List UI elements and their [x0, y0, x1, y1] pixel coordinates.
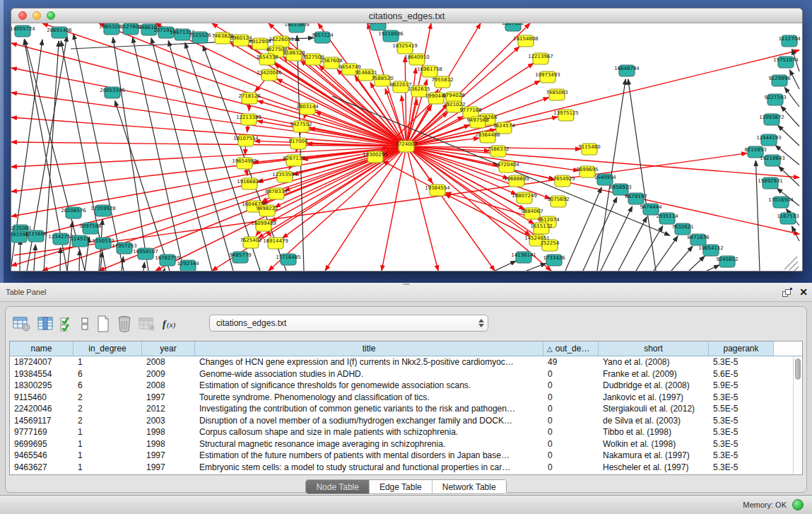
column-header-year[interactable]: year — [142, 341, 195, 356]
graph-node[interactable]: 1724007 — [395, 141, 417, 152]
table-cell[interactable]: 5.3E-5 — [709, 416, 774, 426]
graph-node[interactable]: 7485063 — [546, 89, 567, 100]
table-selector-dropdown[interactable]: citations_edges.txt — [209, 315, 488, 332]
delete-column-button[interactable] — [117, 313, 132, 334]
graph-node[interactable]: 7515526 — [189, 32, 211, 43]
graph-node[interactable]: 6679197 — [625, 193, 647, 204]
scrollbar-thumb[interactable] — [795, 358, 801, 380]
column-header-name[interactable]: name — [10, 341, 73, 356]
graph-node[interactable]: 9485779 — [229, 252, 251, 263]
graph-node[interactable]: 917004 — [289, 138, 308, 149]
table-cell[interactable]: 9463627 — [10, 462, 73, 472]
graph-node[interactable]: 8813054 — [367, 23, 389, 30]
graph-node[interactable]: 1733426 — [543, 255, 565, 266]
table-cell[interactable]: Franke et al. (2009) — [599, 369, 709, 379]
table-cell[interactable]: 5.3E-5 — [709, 427, 774, 437]
table-cell[interactable]: 5.6E-5 — [709, 369, 774, 379]
table-cell[interactable]: 6 — [73, 380, 142, 390]
table-cell[interactable]: 9699695 — [10, 439, 73, 449]
graph-node[interactable]: 12213967 — [528, 53, 553, 64]
graph-node[interactable]: 13975125 — [553, 110, 579, 121]
graph-node[interactable]: 17016504 — [768, 197, 794, 208]
table-cell[interactable]: Disruption of a novel member of a sodium… — [195, 416, 543, 426]
memory-status-icon[interactable] — [792, 499, 804, 510]
table-cell[interactable]: de Silva et al. (2003) — [599, 416, 709, 426]
table-cell[interactable]: 2 — [73, 416, 142, 426]
graph-node[interactable]: 7857224 — [311, 32, 334, 43]
graph-node[interactable]: 10688609 — [504, 175, 529, 187]
table-row[interactable]: 1872400712008Changes of HCN gene express… — [10, 356, 793, 368]
table-cell[interactable]: 5.5E-5 — [709, 404, 774, 414]
function-builder-button[interactable]: f(x) — [162, 313, 180, 334]
graph-node[interactable]: 20364486 — [475, 132, 500, 143]
window-resize-grip[interactable] — [784, 257, 799, 271]
graph-node[interactable]: 9498222 — [256, 205, 278, 216]
table-cell[interactable]: 0 — [543, 439, 599, 449]
delete-table-button[interactable] — [139, 313, 155, 334]
table-cell[interactable]: Dudbridge et al. (2008) — [599, 380, 709, 390]
graph-node[interactable]: 18325419 — [392, 42, 418, 54]
window-titlebar[interactable]: citations_edges.txt — [11, 8, 802, 23]
table-cell[interactable]: 5.3E-5 — [709, 439, 774, 449]
table-cell[interactable]: 9777169 — [10, 427, 73, 437]
table-row[interactable]: 969969511998Structural magnetic resonanc… — [10, 438, 793, 450]
graph-node[interactable]: 20691406 — [47, 27, 72, 38]
table-cell[interactable]: 1998 — [142, 427, 195, 437]
table-panel-titlebar[interactable]: Table Panel ✕ — [0, 283, 812, 302]
graph-node[interactable]: 1112704 — [778, 35, 801, 47]
graph-node[interactable]: 18807249 — [512, 192, 537, 204]
table-cell[interactable]: 1 — [73, 462, 142, 472]
table-cell[interactable]: 5.3E-5 — [709, 450, 774, 460]
graph-node[interactable]: 19654985 — [232, 158, 257, 169]
table-row[interactable]: 2242004622012Investigating the contribut… — [10, 403, 793, 415]
table-cell[interactable]: Embryonic stem cells: a model to study s… — [195, 462, 543, 472]
table-cell[interactable]: 0 — [543, 416, 599, 426]
graph-node[interactable]: 1115686 — [25, 230, 47, 242]
table-cell[interactable]: 22420046 — [10, 404, 73, 414]
zoom-window-button[interactable] — [47, 11, 55, 20]
table-cell[interactable]: 0 — [543, 380, 599, 390]
graph-node[interactable]: 1350513 — [92, 238, 114, 249]
graph-node[interactable]: 9245652 — [716, 256, 738, 267]
table-cell[interactable]: Structural magnetic resonance image aver… — [195, 439, 543, 449]
graph-node[interactable]: 7386372 — [487, 146, 509, 157]
tab-node-table[interactable]: Node Table — [306, 480, 370, 493]
graph-node[interactable]: 16648794 — [614, 65, 640, 76]
table-row[interactable]: 946554611997Estimation of the future num… — [10, 450, 793, 462]
table-mode-button[interactable] — [13, 313, 31, 334]
minimize-window-button[interactable] — [33, 11, 41, 20]
graph-node[interactable]: 18640910 — [404, 54, 430, 65]
column-header-out-degree[interactable]: △ out_de… — [543, 341, 599, 356]
graph-node[interactable]: 114519 — [71, 235, 90, 247]
graph-node[interactable]: 8878334 — [265, 188, 288, 199]
graph-node[interactable]: 7463822 — [211, 33, 233, 44]
table-cell[interactable]: 2 — [73, 404, 142, 414]
create-column-button[interactable] — [96, 313, 110, 334]
table-cell[interactable]: 5.9E-5 — [709, 380, 774, 390]
graph-node[interactable]: 19218506 — [378, 30, 404, 42]
column-header-title[interactable]: title — [195, 341, 543, 356]
graph-node[interactable]: 12093872 — [759, 114, 784, 125]
graph-node[interactable]: 2718126 — [238, 93, 261, 104]
table-row[interactable]: 1456911722003Disruption of a novel membe… — [10, 415, 793, 427]
table-cell[interactable]: Tourette syndrome. Phenomenology and cla… — [195, 392, 543, 402]
graph-node[interactable]: 16154808 — [513, 35, 539, 47]
graph-node[interactable]: 1292344 — [177, 260, 199, 271]
graph-node[interactable]: 9227343 — [764, 94, 786, 105]
column-header-in-degree[interactable]: in_degree — [73, 341, 142, 356]
graph-node[interactable]: 12342757 — [48, 233, 73, 245]
graph-node[interactable]: 15892931 — [758, 177, 783, 189]
graph-node[interactable]: 20206576 — [61, 207, 86, 218]
table-cell[interactable]: Estimation of the future numbers of pati… — [195, 450, 543, 460]
graph-node[interactable]: 8471676 — [687, 234, 710, 245]
table-cell[interactable]: 19384554 — [10, 369, 73, 379]
table-cell[interactable]: 6 — [73, 369, 142, 379]
graph-node[interactable]: 9129996 — [768, 75, 791, 86]
graph-node[interactable]: 17654923 — [550, 175, 575, 187]
row-height-button[interactable] — [80, 313, 90, 334]
table-cell[interactable]: Wolkin et al. (1998) — [599, 439, 709, 449]
table-cell[interactable]: 1997 — [142, 462, 195, 472]
table-cell[interactable]: 2003 — [142, 416, 195, 426]
table-cell[interactable]: 1 — [73, 427, 142, 437]
graph-node[interactable]: 1640954 — [594, 174, 616, 185]
